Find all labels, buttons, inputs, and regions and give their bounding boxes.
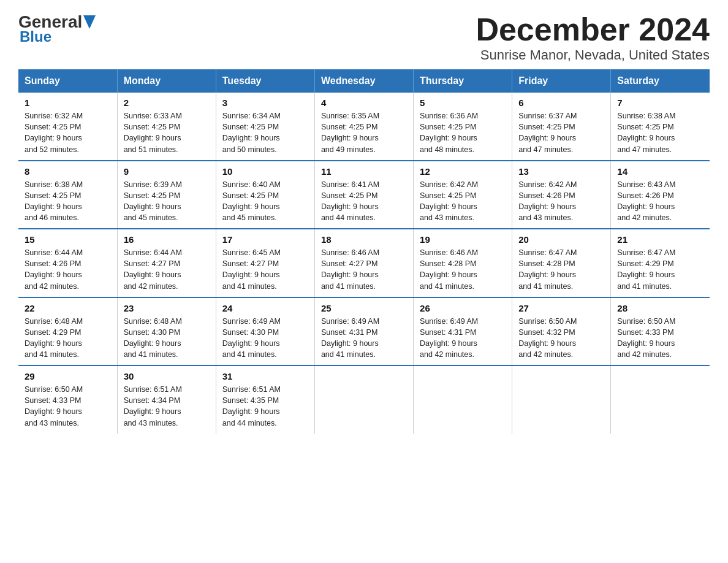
title-block: December 2024 Sunrise Manor, Nevada, Uni… [476, 12, 710, 63]
day-number: 7 [617, 98, 703, 108]
day-info: Sunrise: 6:50 AMSunset: 4:32 PMDaylight:… [518, 316, 604, 361]
table-row: 3 Sunrise: 6:34 AMSunset: 4:25 PMDayligh… [216, 93, 314, 161]
day-number: 26 [420, 303, 506, 313]
weekday-header-thursday: Thursday [414, 69, 512, 93]
day-info: Sunrise: 6:42 AMSunset: 4:26 PMDaylight:… [518, 179, 604, 224]
day-number: 8 [25, 166, 111, 177]
day-number: 5 [420, 98, 506, 108]
logo-triangle-icon [83, 15, 96, 29]
day-number: 9 [124, 166, 210, 177]
table-row: 25 Sunrise: 6:49 AMSunset: 4:31 PMDaylig… [314, 297, 413, 366]
day-info: Sunrise: 6:38 AMSunset: 4:25 PMDaylight:… [617, 110, 703, 155]
day-number: 20 [518, 234, 604, 245]
day-number: 15 [25, 234, 111, 245]
day-number: 22 [25, 303, 111, 313]
day-number: 19 [420, 234, 506, 245]
day-info: Sunrise: 6:34 AMSunset: 4:25 PMDaylight:… [222, 110, 308, 155]
calendar-table: SundayMondayTuesdayWednesdayThursdayFrid… [18, 69, 710, 434]
table-row: 2 Sunrise: 6:33 AMSunset: 4:25 PMDayligh… [117, 93, 216, 161]
table-row: 13 Sunrise: 6:42 AMSunset: 4:26 PMDaylig… [512, 161, 611, 229]
table-row: 9 Sunrise: 6:39 AMSunset: 4:25 PMDayligh… [117, 161, 216, 229]
table-row: 18 Sunrise: 6:46 AMSunset: 4:27 PMDaylig… [314, 229, 413, 297]
day-number: 21 [617, 234, 703, 245]
day-info: Sunrise: 6:51 AMSunset: 4:34 PMDaylight:… [124, 384, 210, 429]
day-number: 10 [222, 166, 308, 177]
day-number: 29 [25, 371, 111, 381]
page-title: December 2024 [476, 12, 710, 47]
week-row-2: 8 Sunrise: 6:38 AMSunset: 4:25 PMDayligh… [18, 161, 710, 229]
day-info: Sunrise: 6:35 AMSunset: 4:25 PMDaylight:… [321, 110, 407, 155]
day-number: 4 [321, 98, 407, 108]
day-info: Sunrise: 6:37 AMSunset: 4:25 PMDaylight:… [518, 110, 604, 155]
table-row: 6 Sunrise: 6:37 AMSunset: 4:25 PMDayligh… [512, 93, 611, 161]
table-row [512, 366, 611, 434]
day-number: 17 [222, 234, 308, 245]
page-subtitle: Sunrise Manor, Nevada, United States [476, 47, 710, 63]
page-header: General Blue December 2024 Sunrise Manor… [18, 12, 710, 63]
svg-marker-0 [83, 15, 96, 29]
weekday-header-friday: Friday [512, 69, 611, 93]
day-number: 30 [124, 371, 210, 381]
table-row: 26 Sunrise: 6:49 AMSunset: 4:31 PMDaylig… [414, 297, 512, 366]
weekday-header-monday: Monday [117, 69, 216, 93]
day-number: 1 [25, 98, 111, 108]
table-row [414, 366, 512, 434]
day-info: Sunrise: 6:39 AMSunset: 4:25 PMDaylight:… [124, 179, 210, 224]
table-row: 4 Sunrise: 6:35 AMSunset: 4:25 PMDayligh… [314, 93, 413, 161]
day-info: Sunrise: 6:41 AMSunset: 4:25 PMDaylight:… [321, 179, 407, 224]
weekday-header-sunday: Sunday [18, 69, 117, 93]
table-row [611, 366, 710, 434]
day-number: 11 [321, 166, 407, 177]
weekday-header-wednesday: Wednesday [314, 69, 413, 93]
table-row: 16 Sunrise: 6:44 AMSunset: 4:27 PMDaylig… [117, 229, 216, 297]
table-row: 14 Sunrise: 6:43 AMSunset: 4:26 PMDaylig… [611, 161, 710, 229]
table-row: 31 Sunrise: 6:51 AMSunset: 4:35 PMDaylig… [216, 366, 314, 434]
day-info: Sunrise: 6:36 AMSunset: 4:25 PMDaylight:… [420, 110, 506, 155]
day-info: Sunrise: 6:32 AMSunset: 4:25 PMDaylight:… [25, 110, 111, 155]
day-info: Sunrise: 6:33 AMSunset: 4:25 PMDaylight:… [124, 110, 210, 155]
table-row: 22 Sunrise: 6:48 AMSunset: 4:29 PMDaylig… [18, 297, 117, 366]
day-info: Sunrise: 6:44 AMSunset: 4:26 PMDaylight:… [25, 247, 111, 292]
table-row: 7 Sunrise: 6:38 AMSunset: 4:25 PMDayligh… [611, 93, 710, 161]
table-row: 20 Sunrise: 6:47 AMSunset: 4:28 PMDaylig… [512, 229, 611, 297]
day-info: Sunrise: 6:50 AMSunset: 4:33 PMDaylight:… [25, 384, 111, 429]
table-row: 8 Sunrise: 6:38 AMSunset: 4:25 PMDayligh… [18, 161, 117, 229]
day-info: Sunrise: 6:47 AMSunset: 4:28 PMDaylight:… [518, 247, 604, 292]
day-info: Sunrise: 6:47 AMSunset: 4:29 PMDaylight:… [617, 247, 703, 292]
day-info: Sunrise: 6:46 AMSunset: 4:27 PMDaylight:… [321, 247, 407, 292]
weekday-header-tuesday: Tuesday [216, 69, 314, 93]
day-info: Sunrise: 6:49 AMSunset: 4:30 PMDaylight:… [222, 316, 308, 361]
table-row: 21 Sunrise: 6:47 AMSunset: 4:29 PMDaylig… [611, 229, 710, 297]
day-number: 12 [420, 166, 506, 177]
day-info: Sunrise: 6:45 AMSunset: 4:27 PMDaylight:… [222, 247, 308, 292]
day-number: 13 [518, 166, 604, 177]
day-info: Sunrise: 6:42 AMSunset: 4:25 PMDaylight:… [420, 179, 506, 224]
day-number: 2 [124, 98, 210, 108]
weekday-header-row: SundayMondayTuesdayWednesdayThursdayFrid… [18, 69, 710, 93]
day-number: 14 [617, 166, 703, 177]
day-info: Sunrise: 6:51 AMSunset: 4:35 PMDaylight:… [222, 384, 308, 429]
day-number: 6 [518, 98, 604, 108]
weekday-header-saturday: Saturday [611, 69, 710, 93]
table-row: 11 Sunrise: 6:41 AMSunset: 4:25 PMDaylig… [314, 161, 413, 229]
day-number: 3 [222, 98, 308, 108]
table-row: 27 Sunrise: 6:50 AMSunset: 4:32 PMDaylig… [512, 297, 611, 366]
day-number: 25 [321, 303, 407, 313]
table-row: 17 Sunrise: 6:45 AMSunset: 4:27 PMDaylig… [216, 229, 314, 297]
day-info: Sunrise: 6:38 AMSunset: 4:25 PMDaylight:… [25, 179, 111, 224]
day-info: Sunrise: 6:44 AMSunset: 4:27 PMDaylight:… [124, 247, 210, 292]
logo: General Blue [18, 12, 96, 45]
week-row-4: 22 Sunrise: 6:48 AMSunset: 4:29 PMDaylig… [18, 297, 710, 366]
table-row: 23 Sunrise: 6:48 AMSunset: 4:30 PMDaylig… [117, 297, 216, 366]
day-number: 27 [518, 303, 604, 313]
day-info: Sunrise: 6:46 AMSunset: 4:28 PMDaylight:… [420, 247, 506, 292]
day-info: Sunrise: 6:40 AMSunset: 4:25 PMDaylight:… [222, 179, 308, 224]
day-info: Sunrise: 6:50 AMSunset: 4:33 PMDaylight:… [617, 316, 703, 361]
table-row: 24 Sunrise: 6:49 AMSunset: 4:30 PMDaylig… [216, 297, 314, 366]
day-info: Sunrise: 6:49 AMSunset: 4:31 PMDaylight:… [420, 316, 506, 361]
day-info: Sunrise: 6:49 AMSunset: 4:31 PMDaylight:… [321, 316, 407, 361]
table-row: 28 Sunrise: 6:50 AMSunset: 4:33 PMDaylig… [611, 297, 710, 366]
table-row [314, 366, 413, 434]
day-number: 23 [124, 303, 210, 313]
day-number: 31 [222, 371, 308, 381]
